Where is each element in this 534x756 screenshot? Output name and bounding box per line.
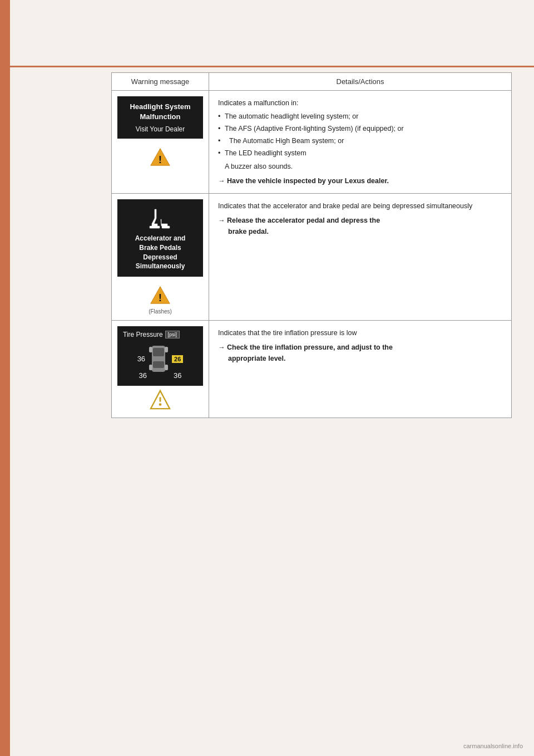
- front-left-value: 36: [137, 355, 145, 363]
- svg-rect-8: [153, 361, 164, 368]
- psi-badge: [psi]: [165, 331, 180, 338]
- headlight-subtitle: Visit Your Dealer: [124, 125, 196, 133]
- svg-rect-15: [160, 397, 161, 402]
- tire-pressure-display: Tire Pressure [psi] 36: [117, 326, 203, 386]
- accelerator-action: → Release the accelerator pedal and depr…: [218, 215, 502, 237]
- bullet-item: The LED headlight system: [218, 148, 502, 159]
- accelerator-details-intro: Indicates that the accelerator and brake…: [218, 202, 472, 210]
- front-right-value: 26: [172, 355, 183, 363]
- table-row: Headlight System Malfunction Visit Your …: [112, 91, 512, 194]
- tire-action: → Check the tire inflation pressure, and…: [218, 342, 502, 364]
- svg-rect-10: [165, 347, 168, 352]
- flashes-label: (Flashes): [117, 308, 203, 315]
- svg-rect-9: [149, 347, 152, 352]
- pedal-icon: [146, 208, 174, 230]
- warning-cell-tire: Tire Pressure [psi] 36: [112, 321, 209, 418]
- col-header-warning: Warning message: [112, 73, 209, 91]
- warning-triangle-flash-icon: !: [150, 284, 171, 306]
- car-top-view: 36: [123, 342, 197, 381]
- pedal-icon-area: [124, 208, 196, 230]
- tire-pressure-title: Tire Pressure [psi]: [123, 331, 197, 338]
- tpms-icon-area: [117, 389, 203, 412]
- accelerator-icon-area: ! (Flashes): [117, 281, 203, 315]
- svg-text:!: !: [159, 154, 162, 166]
- details-cell-tire: Indicates that the tire inflation pressu…: [209, 321, 512, 418]
- bullet-item: The AFS (Adaptive Front-lighting System)…: [218, 123, 502, 134]
- bullet-item: The Automatic High Beam system; or: [218, 135, 502, 146]
- headlight-note: A buzzer also sounds.: [218, 161, 502, 172]
- footer-watermark: carmanualsonline.info: [463, 743, 523, 749]
- rear-left-value: 36: [139, 371, 147, 380]
- warning-triangle-icon: !: [150, 146, 171, 168]
- details-cell-headlight: Indicates a malfunction in: The automati…: [209, 91, 512, 194]
- rear-right-value: 36: [174, 371, 181, 380]
- svg-rect-2: [150, 226, 160, 228]
- accelerator-title: Accelerator and Brake Pedals Depressed S…: [124, 234, 196, 271]
- content-area: Warning message Details/Actions Headligh…: [111, 72, 512, 418]
- table-row: Tire Pressure [psi] 36: [112, 321, 512, 418]
- front-tire-row: 36: [137, 343, 184, 374]
- headlight-action: → Have the vehicle inspected by your Lex…: [218, 175, 502, 186]
- bullet-item: The automatic headlight leveling system;…: [218, 111, 502, 122]
- warning-cell-accelerator: Accelerator and Brake Pedals Depressed S…: [112, 194, 209, 321]
- rear-tire-row: 36 36: [139, 371, 182, 380]
- headlight-bullets: The automatic headlight leveling system;…: [218, 111, 502, 159]
- car-top-icon: [147, 343, 170, 374]
- left-accent-bar: [0, 0, 10, 756]
- details-cell-accelerator: Indicates that the accelerator and brake…: [209, 194, 512, 321]
- tire-details-intro: Indicates that the tire inflation pressu…: [218, 329, 357, 337]
- warning-table: Warning message Details/Actions Headligh…: [111, 72, 512, 418]
- table-row: Accelerator and Brake Pedals Depressed S…: [112, 194, 512, 321]
- col-header-details: Details/Actions: [209, 73, 512, 91]
- headlight-details-intro: Indicates a malfunction in:: [218, 99, 299, 107]
- svg-rect-12: [165, 365, 168, 370]
- headlight-icon-area: !: [117, 143, 203, 169]
- headlight-title: Headlight System Malfunction: [124, 102, 196, 122]
- svg-text:!: !: [159, 292, 162, 304]
- svg-rect-7: [153, 348, 164, 356]
- headlight-warning-box: Headlight System Malfunction Visit Your …: [117, 96, 203, 139]
- svg-rect-3: [162, 226, 170, 228]
- page: Warning message Details/Actions Headligh…: [0, 0, 534, 756]
- top-accent-line: [10, 66, 534, 67]
- svg-point-14: [159, 403, 162, 406]
- svg-rect-11: [149, 365, 152, 370]
- accelerator-warning-box: Accelerator and Brake Pedals Depressed S…: [117, 199, 203, 277]
- warning-cell-headlight: Headlight System Malfunction Visit Your …: [112, 91, 209, 194]
- tpms-icon: [150, 389, 171, 410]
